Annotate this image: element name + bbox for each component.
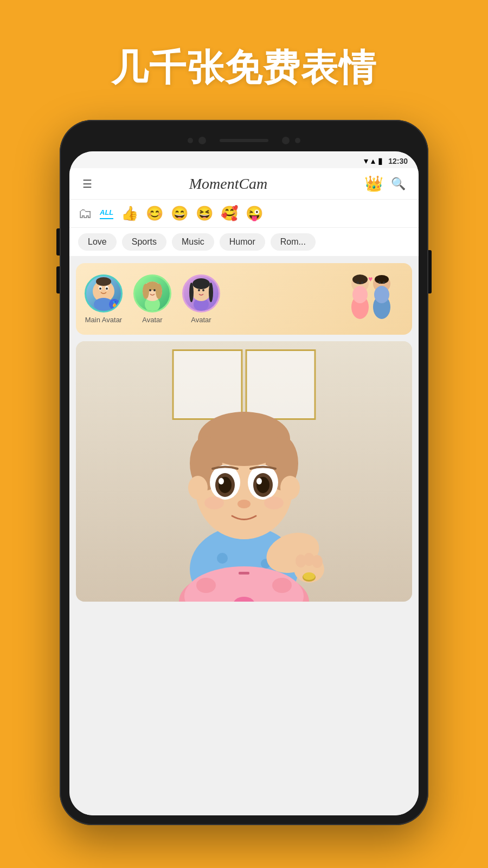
- tab-favorites[interactable]: 🗂: [78, 205, 92, 222]
- love-icon: 🥰: [221, 205, 238, 222]
- laugh-icon: 😆: [196, 205, 213, 222]
- sticker-card[interactable]: [76, 341, 412, 602]
- tab-smile[interactable]: 😄: [171, 205, 188, 222]
- tab-hi[interactable]: 😊: [146, 205, 163, 222]
- status-icons: ▾ ▴ ▮: [364, 156, 383, 166]
- svg-point-46: [280, 476, 300, 500]
- speaker-bar: [220, 139, 268, 142]
- avatar-item-2[interactable]: Avatar: [133, 275, 171, 324]
- award-badge: 🏅: [109, 299, 120, 310]
- tongue-icon: 😜: [246, 205, 263, 222]
- couple-illustration-svg: ♥: [338, 272, 403, 326]
- battery-icon: ▮: [378, 156, 383, 166]
- avatar-banner: 🏅 Main Avatar: [76, 263, 412, 335]
- svg-point-17: [192, 278, 210, 289]
- svg-text:♥: ♥: [368, 275, 373, 283]
- sticker-category-pills: Love Sports Music Humor Rom...: [69, 228, 419, 257]
- svg-point-36: [217, 553, 228, 564]
- avatar-3-label: Avatar: [191, 316, 211, 324]
- baby-svg: [136, 368, 352, 602]
- header-actions: 👑 🔍: [364, 175, 406, 193]
- app-logo: MomentCam: [189, 175, 268, 193]
- hero-title: 几千张免费表情: [111, 43, 377, 93]
- phone-top-bar: [69, 130, 419, 151]
- tab-laugh[interactable]: 😆: [196, 205, 213, 222]
- pill-love[interactable]: Love: [78, 233, 117, 251]
- pill-romance[interactable]: Rom...: [271, 233, 316, 251]
- svg-point-29: [375, 275, 389, 284]
- svg-point-67: [196, 578, 216, 593]
- avatar-circle-2: [133, 275, 171, 312]
- signal-icon: ▴: [371, 156, 375, 166]
- svg-point-20: [189, 283, 194, 302]
- power-button: [428, 250, 432, 293]
- svg-point-33: [383, 282, 385, 284]
- svg-point-21: [209, 283, 213, 302]
- avatar-circle-3: [182, 275, 220, 312]
- svg-point-32: [378, 282, 381, 284]
- camera-lens: [198, 137, 206, 144]
- svg-point-68: [272, 578, 292, 593]
- sensor-dot: [282, 137, 290, 144]
- volume-button-2: [56, 266, 60, 293]
- tab-underline: [100, 218, 113, 219]
- tab-all-label: ALL: [100, 208, 113, 216]
- avatar-3-face: [184, 276, 219, 311]
- svg-point-64: [303, 572, 315, 580]
- phone-frame: ▾ ▴ ▮ 12:30 ☰ MomentCam 👑 🔍 🗂 ALL: [60, 120, 428, 825]
- svg-rect-72: [239, 572, 249, 575]
- svg-point-54: [256, 478, 262, 484]
- svg-point-27: [361, 282, 363, 284]
- svg-point-26: [357, 282, 359, 284]
- avatar-2-label: Avatar: [142, 316, 162, 324]
- svg-point-55: [237, 500, 251, 508]
- app-header: ☰ MomentCam 👑 🔍: [69, 168, 419, 200]
- phone-screen: ▾ ▴ ▮ 12:30 ☰ MomentCam 👑 🔍 🗂 ALL: [69, 151, 419, 815]
- menu-icon[interactable]: ☰: [82, 177, 92, 190]
- wifi-icon: ▾: [364, 156, 368, 166]
- tab-tongue[interactable]: 😜: [246, 205, 263, 222]
- avatar-item-main[interactable]: 🏅 Main Avatar: [85, 275, 123, 324]
- search-icon[interactable]: 🔍: [391, 177, 406, 191]
- main-avatar-circle: 🏅: [85, 275, 123, 312]
- svg-point-13: [149, 289, 151, 291]
- mic-dot: [295, 138, 300, 143]
- pill-humor[interactable]: Humor: [220, 233, 265, 251]
- avatar-item-3[interactable]: Avatar: [182, 275, 220, 324]
- svg-point-25: [352, 286, 368, 303]
- volume-button-1: [56, 228, 60, 256]
- svg-point-5: [99, 288, 101, 290]
- pill-music[interactable]: Music: [172, 233, 214, 251]
- avatar-2-face: [135, 276, 170, 311]
- category-tabs: 🗂 ALL 👍 😊 😄 😆 🥰 😜: [69, 200, 419, 228]
- svg-point-12: [156, 284, 162, 299]
- svg-point-18: [198, 289, 200, 291]
- smile-icon: 😄: [171, 205, 188, 222]
- svg-point-50: [219, 478, 224, 484]
- tab-thumbsup[interactable]: 👍: [121, 205, 138, 222]
- tab-love[interactable]: 🥰: [221, 205, 238, 222]
- tab-all[interactable]: ALL: [100, 208, 113, 219]
- avatar-3-svg: [184, 276, 219, 311]
- thumbsup-icon: 👍: [121, 205, 138, 222]
- svg-point-19: [202, 289, 204, 291]
- svg-point-11: [143, 284, 149, 299]
- pill-sports[interactable]: Sports: [122, 233, 166, 251]
- vip-crown-icon[interactable]: 👑: [364, 175, 383, 193]
- svg-point-23: [352, 275, 368, 284]
- sticker-main-image: [76, 341, 412, 602]
- svg-point-31: [374, 286, 389, 303]
- main-avatar-label: Main Avatar: [85, 316, 122, 324]
- svg-point-62: [312, 555, 323, 568]
- status-time: 12:30: [388, 157, 408, 165]
- svg-point-14: [153, 289, 156, 291]
- baby-illustration: [76, 341, 412, 602]
- svg-point-7: [96, 277, 111, 286]
- svg-point-57: [264, 496, 284, 509]
- hi-emoji-icon: 😊: [146, 205, 163, 222]
- content-area[interactable]: 🏅 Main Avatar: [69, 257, 419, 815]
- camera-dot: [188, 138, 193, 143]
- svg-point-6: [106, 288, 108, 290]
- svg-point-45: [188, 476, 208, 500]
- status-bar: ▾ ▴ ▮ 12:30: [69, 151, 419, 168]
